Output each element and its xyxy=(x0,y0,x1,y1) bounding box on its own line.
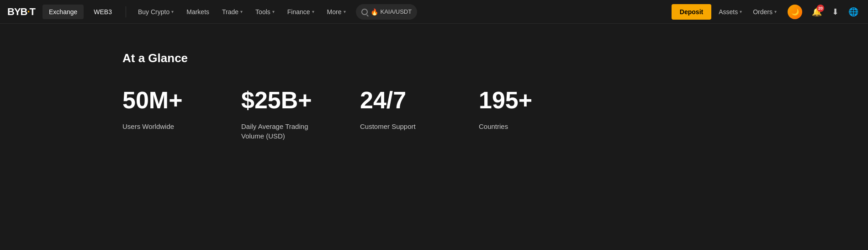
chevron-down-icon: ▾ xyxy=(240,9,243,14)
download-icon[interactable]: ⬇ xyxy=(828,5,842,19)
stat-volume: $25B+ Daily Average Trading Volume (USD) xyxy=(241,87,360,141)
search-pair-label: 🔥 KAIA/USDT xyxy=(370,8,412,16)
navbar: BYB·T Exchange WEB3 Buy Crypto ▾ Markets… xyxy=(0,0,868,24)
fire-icon: 🔥 xyxy=(370,8,378,16)
stat-support: 24/7 Customer Support xyxy=(360,87,479,141)
search-pair-text: KAIA/USDT xyxy=(381,8,412,15)
stats-grid: 50M+ Users Worldwide $25B+ Daily Average… xyxy=(122,87,868,141)
stat-users: 50M+ Users Worldwide xyxy=(122,87,241,141)
nav-tools[interactable]: Tools ▾ xyxy=(251,0,279,24)
nav-markets[interactable]: Markets xyxy=(182,0,214,24)
logo-dot: · xyxy=(27,6,29,17)
nav-assets[interactable]: Assets ▾ xyxy=(715,0,746,24)
stat-volume-value: $25B+ xyxy=(241,87,360,113)
deposit-button[interactable]: Deposit xyxy=(672,4,711,20)
stat-users-value: 50M+ xyxy=(122,87,241,113)
tab-exchange[interactable]: Exchange xyxy=(42,5,84,19)
stat-support-value: 24/7 xyxy=(360,87,479,113)
avatar: 🌙 xyxy=(788,5,802,19)
chevron-down-icon: ▾ xyxy=(740,9,742,14)
stat-countries: 195+ Countries xyxy=(479,87,598,141)
nav-finance[interactable]: Finance ▾ xyxy=(283,0,319,24)
chevron-down-icon: ▾ xyxy=(272,9,275,14)
globe-icon[interactable]: 🌐 xyxy=(846,5,861,19)
chevron-down-icon: ▾ xyxy=(774,9,777,14)
search-icon xyxy=(361,9,368,15)
notification-bell[interactable]: 🔔 20 xyxy=(810,5,824,19)
nav-buy-crypto[interactable]: Buy Crypto ▾ xyxy=(133,0,178,24)
logo-text: BYB·T xyxy=(7,6,35,18)
chevron-down-icon: ▾ xyxy=(312,9,314,14)
section-title: At a Glance xyxy=(122,51,868,65)
search-bar[interactable]: 🔥 KAIA/USDT xyxy=(356,4,418,20)
nav-trade[interactable]: Trade ▾ xyxy=(217,0,247,24)
stat-countries-value: 195+ xyxy=(479,87,598,113)
bybit-logo[interactable]: BYB·T xyxy=(7,6,35,18)
nav-divider xyxy=(126,6,126,17)
stat-volume-label: Daily Average Trading Volume (USD) xyxy=(241,122,333,141)
chevron-down-icon: ▾ xyxy=(344,9,346,14)
nav-more[interactable]: More ▾ xyxy=(323,0,350,24)
tab-web3[interactable]: WEB3 xyxy=(87,5,118,19)
stat-countries-label: Countries xyxy=(479,122,570,131)
notification-badge: 20 xyxy=(817,5,824,12)
stat-support-label: Customer Support xyxy=(360,122,451,131)
main-content: At a Glance 50M+ Users Worldwide $25B+ D… xyxy=(0,24,868,250)
chevron-down-icon: ▾ xyxy=(171,9,174,14)
nav-orders[interactable]: Orders ▾ xyxy=(749,0,780,24)
user-avatar-container[interactable]: 🌙 xyxy=(784,0,806,24)
stat-users-label: Users Worldwide xyxy=(122,122,214,131)
